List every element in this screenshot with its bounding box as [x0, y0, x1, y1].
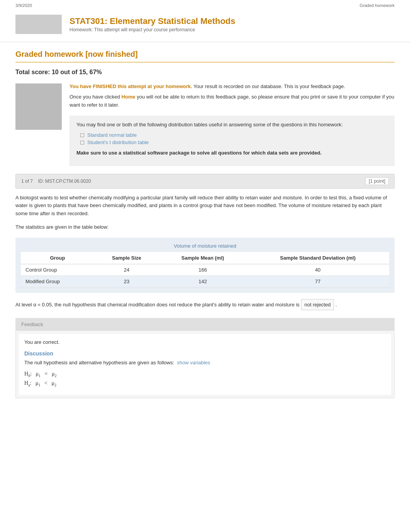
table-row: Modified Group2314277 [21, 275, 389, 287]
top-bar: 3/9/2020 Graded homework [0, 0, 410, 11]
intro-text-block: You have FINISHED this attempt at your h… [69, 83, 395, 166]
question-text-part2: The statistics are given in the table be… [15, 223, 395, 231]
bold-note: Make sure to use a statistical software … [76, 149, 388, 157]
date-label: 3/9/2020 [15, 3, 32, 8]
home-warning-paragraph: Once you have clicked Home you will not … [69, 93, 395, 109]
question-id: ID: MST.CP.CTM.06.0020 [38, 178, 91, 184]
feedback-section: Feedback You are correct. Discussion The… [15, 318, 395, 398]
info-box: You may find one or both of the followin… [69, 116, 395, 166]
question-number: 1 of 7 [21, 178, 33, 184]
col-group: Group [21, 252, 94, 264]
list-item-normal: Standard normal table [80, 132, 388, 138]
discussion-title: Discussion [24, 350, 386, 357]
table-cell: 166 [159, 264, 246, 275]
question-text-part1: A biologist wants to test whether chemic… [15, 194, 395, 218]
finished-paragraph: You have FINISHED this attempt at your h… [69, 83, 395, 89]
table-cell: Control Group [21, 264, 94, 275]
table-cell: 77 [246, 275, 389, 287]
student-t-link[interactable]: Student's t distribution table [87, 139, 149, 145]
total-score: Total score: 10 out of 15, 67% [15, 69, 395, 76]
question-points: [1 point] [365, 177, 389, 185]
home-link[interactable]: Home [121, 94, 135, 100]
site-header: STAT301: Elementary Statistical Methods … [0, 11, 410, 42]
page-title-label: Graded homework [360, 3, 395, 8]
discussion-text: The null hypothesis and alternative hypo… [24, 360, 386, 365]
show-variables-link[interactable]: show variables [177, 360, 210, 365]
answer-prefix: At level α = 0.05, the null hypothesis t… [15, 302, 300, 308]
standard-normal-link[interactable]: Standard normal table [87, 132, 137, 138]
table-cell: 24 [94, 264, 159, 275]
col-sample-mean: Sample Mean (ml) [159, 252, 246, 264]
col-sample-size: Sample Size [94, 252, 159, 264]
col-sample-std: Sample Standard Deviation (ml) [246, 252, 389, 264]
hypothesis-ha: Ha: μ1 < μ2 [24, 380, 386, 387]
feedback-header: Feedback [16, 318, 394, 331]
table-row: Control Group2416640 [21, 264, 389, 275]
table-links-list: Standard normal table Student's t distri… [76, 132, 388, 145]
main-content: Graded homework [now finished] Total sco… [0, 42, 410, 406]
result-text: Your result is recorded on our database.… [193, 83, 345, 89]
data-table: Group Sample Size Sample Mean (ml) Sampl… [21, 252, 389, 287]
finished-label: You have FINISHED this attempt at your h… [69, 83, 192, 89]
question-number-id: 1 of 7 ID: MST.CP.CTM.06.0020 [21, 178, 91, 184]
site-logo [15, 15, 62, 34]
data-table-wrapper: Volume of moisture retained Group Sample… [15, 238, 395, 293]
warning-text: you will not be able to return to this f… [69, 94, 394, 108]
table-cell: 40 [246, 264, 389, 275]
intro-section: You have FINISHED this attempt at your h… [15, 83, 395, 166]
table-body: Control Group2416640Modified Group231427… [21, 264, 389, 287]
course-subtitle: Homework: This attempt will impact your … [69, 27, 235, 32]
table-cell: 23 [94, 275, 159, 287]
distribution-intro: You may find one or both of the followin… [76, 121, 388, 129]
graduation-image [15, 83, 62, 130]
header-text: STAT301: Elementary Statistical Methods … [69, 16, 235, 32]
answer-suffix: . [335, 302, 337, 308]
feedback-body: You are correct. Discussion The null hyp… [19, 334, 391, 395]
table-cell: Modified Group [21, 275, 94, 287]
hypothesis-h0: H0: μ1 = μ2 [24, 371, 386, 378]
answer-input[interactable]: not rejected [301, 299, 334, 310]
data-table-title: Volume of moisture retained [21, 243, 389, 249]
answer-line: At level α = 0.05, the null hypothesis t… [15, 299, 395, 310]
discussion-prefix: The null hypothesis and alternative hypo… [24, 360, 174, 365]
list-item-student: Student's t distribution table [80, 139, 388, 145]
question-header: 1 of 7 ID: MST.CP.CTM.06.0020 [1 point] [15, 174, 395, 189]
course-title: STAT301: Elementary Statistical Methods [69, 16, 235, 26]
feedback-correct: You are correct. [24, 339, 386, 345]
table-header-row: Group Sample Size Sample Mean (ml) Sampl… [21, 252, 389, 264]
table-cell: 142 [159, 275, 246, 287]
page-heading: Graded homework [now finished] [15, 50, 395, 63]
